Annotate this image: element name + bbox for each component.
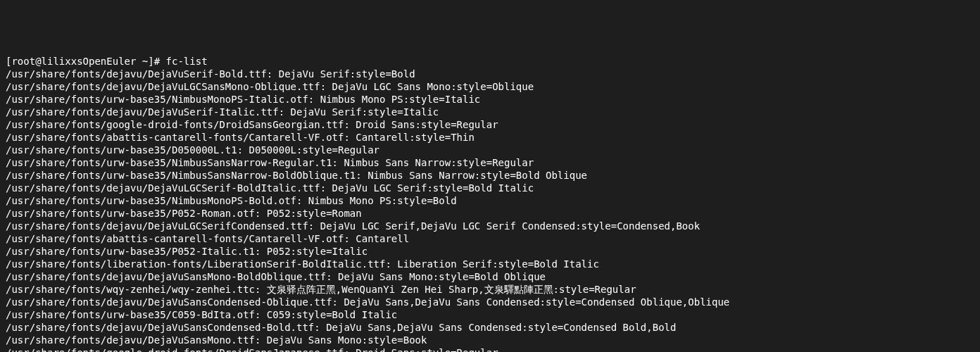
output-line: /usr/share/fonts/urw-base35/C059-BdIta.o… xyxy=(6,308,974,321)
output-line: /usr/share/fonts/dejavu/DejaVuLGCSansMon… xyxy=(6,80,974,93)
output-line: /usr/share/fonts/urw-base35/NimbusMonoPS… xyxy=(6,194,974,207)
output-line: /usr/share/fonts/dejavu/DejaVuSansConden… xyxy=(6,321,974,334)
output-line: /usr/share/fonts/urw-base35/P052-Italic.… xyxy=(6,245,974,258)
terminal-output[interactable]: [root@lilixxsOpenEuler ~]# fc-list/usr/s… xyxy=(6,55,974,352)
output-line: /usr/share/fonts/abattis-cantarell-fonts… xyxy=(6,131,974,144)
output-line: /usr/share/fonts/wqy-zenhei/wqy-zenhei.t… xyxy=(6,283,974,296)
output-line: /usr/share/fonts/urw-base35/D050000L.t1:… xyxy=(6,144,974,156)
output-line: /usr/share/fonts/abattis-cantarell-fonts… xyxy=(6,232,974,245)
output-line: /usr/share/fonts/dejavu/DejaVuSansConden… xyxy=(6,296,974,308)
output-line: /usr/share/fonts/urw-base35/NimbusSansNa… xyxy=(6,169,974,182)
output-line: /usr/share/fonts/dejavu/DejaVuSansMono-B… xyxy=(6,270,974,283)
output-line: /usr/share/fonts/urw-base35/NimbusSansNa… xyxy=(6,156,974,169)
output-line: /usr/share/fonts/dejavu/DejaVuSerif-Bold… xyxy=(6,68,974,80)
prompt-line: [root@lilixxsOpenEuler ~]# fc-list xyxy=(6,55,974,68)
output-line: /usr/share/fonts/urw-base35/P052-Roman.o… xyxy=(6,207,974,220)
output-line: /usr/share/fonts/google-droid-fonts/Droi… xyxy=(6,118,974,131)
output-line: /usr/share/fonts/dejavu/DejaVuLGCSerif-B… xyxy=(6,182,974,194)
output-line: /usr/share/fonts/dejavu/DejaVuLGCSerifCo… xyxy=(6,220,974,232)
output-line: /usr/share/fonts/dejavu/DejaVuSansMono.t… xyxy=(6,334,974,346)
output-line: /usr/share/fonts/liberation-fonts/Libera… xyxy=(6,258,974,270)
output-line: /usr/share/fonts/dejavu/DejaVuSerif-Ital… xyxy=(6,106,974,118)
output-line: /usr/share/fonts/google-droid-fonts/Droi… xyxy=(6,346,974,352)
output-line: /usr/share/fonts/urw-base35/NimbusMonoPS… xyxy=(6,93,974,106)
